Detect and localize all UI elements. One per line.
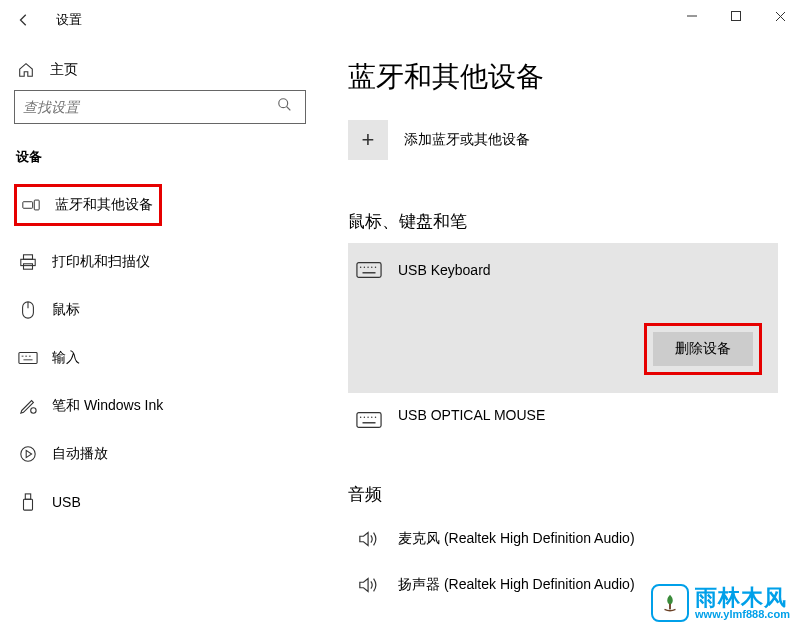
plus-icon: + [348,120,388,160]
svg-point-22 [364,266,365,267]
sidebar-item-label: 自动播放 [52,445,108,463]
svg-point-30 [367,416,368,417]
sidebar-item-bluetooth[interactable]: 蓝牙和其他设备 [14,184,162,226]
window-title: 设置 [56,11,82,29]
back-button[interactable] [8,4,40,36]
watermark: 雨林木风 www.ylmf888.com [651,584,790,622]
home-link[interactable]: 主页 [14,52,306,90]
sidebar-item-printers[interactable]: 打印机和扫描仪 [14,242,306,282]
svg-line-3 [287,107,291,111]
sidebar-item-label: 笔和 Windows Ink [52,397,163,415]
svg-rect-4 [23,202,33,209]
svg-point-28 [360,416,361,417]
svg-rect-11 [19,353,37,364]
watermark-text: 雨林木风 [695,587,790,609]
sidebar-item-usb[interactable]: USB [14,482,306,522]
titlebar: 设置 [0,0,802,40]
home-label: 主页 [50,61,78,79]
page-title: 蓝牙和其他设备 [348,58,778,96]
remove-button-highlight: 删除设备 [644,323,762,375]
window-controls [670,0,802,32]
svg-point-2 [279,99,288,108]
device-item-selected[interactable]: USB Keyboard 删除设备 [348,243,778,393]
speaker-icon [356,572,382,598]
search-box[interactable] [14,90,306,124]
keyboard-icon [356,257,382,283]
device-name: USB OPTICAL MOUSE [398,407,545,423]
devices-icon [21,195,41,215]
search-input[interactable] [23,99,277,115]
category-label: 设备 [14,148,306,166]
svg-rect-34 [669,604,671,610]
svg-point-21 [360,266,361,267]
content: 蓝牙和其他设备 + 添加蓝牙或其他设备 鼠标、键盘和笔 USB Keyboard… [316,40,802,640]
sidebar-item-label: 输入 [52,349,80,367]
device-item[interactable]: USB OPTICAL MOUSE [348,393,778,447]
sidebar: 主页 设备 蓝牙和其他设备 打印机和扫描仪 鼠标 [0,40,316,640]
audio-device-name: 扬声器 (Realtek High Definition Audio) [398,576,635,594]
svg-rect-6 [24,255,33,259]
svg-point-31 [371,416,372,417]
sidebar-item-label: 鼠标 [52,301,80,319]
close-button[interactable] [758,0,802,32]
svg-point-17 [21,447,35,461]
sidebar-item-label: USB [52,494,81,510]
svg-rect-18 [25,494,30,499]
section-input-devices: 鼠标、键盘和笔 [348,210,778,233]
search-icon [277,97,297,117]
svg-point-29 [364,416,365,417]
device-name: USB Keyboard [398,262,491,278]
autoplay-icon [18,444,38,464]
pen-icon [18,396,38,416]
watermark-icon [651,584,689,622]
minimize-button[interactable] [670,0,714,32]
sidebar-item-mouse[interactable]: 鼠标 [14,290,306,330]
home-icon [16,60,36,80]
svg-rect-8 [24,264,33,269]
add-device-label: 添加蓝牙或其他设备 [404,131,530,149]
svg-point-25 [375,266,376,267]
printer-icon [18,252,38,272]
speaker-icon [356,526,382,552]
svg-point-23 [367,266,368,267]
sidebar-item-typing[interactable]: 输入 [14,338,306,378]
add-device-button[interactable]: + 添加蓝牙或其他设备 [348,120,778,160]
svg-rect-5 [34,200,39,210]
sidebar-item-pen[interactable]: 笔和 Windows Ink [14,386,306,426]
svg-point-24 [371,266,372,267]
remove-device-button[interactable]: 删除设备 [653,332,753,366]
sidebar-item-autoplay[interactable]: 自动播放 [14,434,306,474]
mouse-icon [18,300,38,320]
watermark-url: www.ylmf888.com [695,609,790,620]
svg-point-16 [31,408,36,413]
usb-icon [18,492,38,512]
sidebar-item-label: 打印机和扫描仪 [52,253,150,271]
sidebar-item-label: 蓝牙和其他设备 [55,196,153,214]
svg-rect-7 [21,259,35,265]
svg-rect-20 [357,263,381,278]
keyboard-icon [356,407,382,433]
svg-rect-1 [732,12,741,21]
svg-rect-19 [24,499,33,510]
section-audio: 音频 [348,483,778,506]
maximize-button[interactable] [714,0,758,32]
audio-device-item[interactable]: 麦克风 (Realtek High Definition Audio) [348,516,778,562]
audio-device-name: 麦克风 (Realtek High Definition Audio) [398,530,635,548]
svg-point-32 [375,416,376,417]
keyboard-icon [18,348,38,368]
svg-rect-27 [357,413,381,428]
